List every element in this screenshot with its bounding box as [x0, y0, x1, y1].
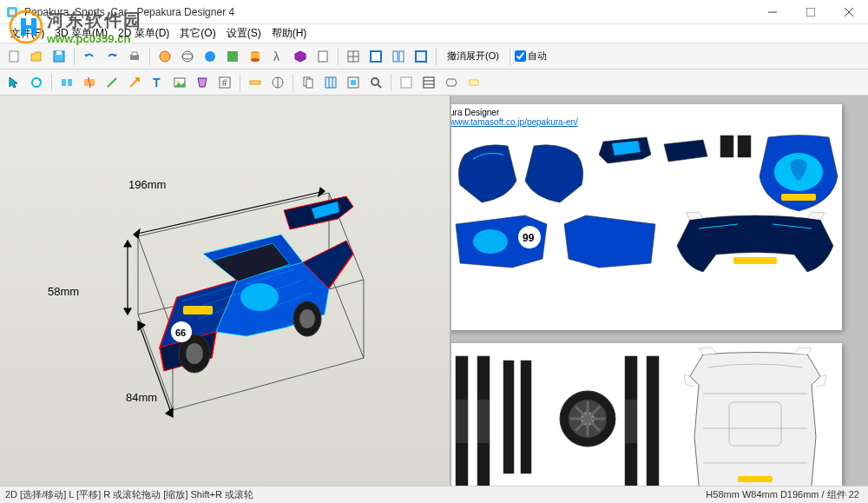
svg-rect-27 [416, 51, 426, 62]
tb-single2d[interactable] [411, 46, 431, 67]
tb-rotate[interactable] [26, 72, 47, 93]
viewport-2d[interactable]: ura Designer www.tamasoft.co.jp/pepakura… [451, 96, 868, 486]
tb-open[interactable] [26, 46, 47, 67]
tb-single[interactable] [365, 46, 386, 67]
tb-page[interactable] [312, 46, 333, 67]
tb-measure[interactable] [245, 72, 266, 93]
flap-icon [195, 76, 209, 89]
svg-point-61 [186, 343, 203, 364]
svg-rect-20 [319, 51, 327, 62]
tb-select[interactable] [3, 72, 24, 93]
statusbar: 2D [选择/移动] L [平移] R 或滚轮拖动 [缩放] Shift+R 或… [0, 486, 868, 503]
svg-point-63 [299, 309, 315, 328]
tb-zoom[interactable] [365, 72, 386, 93]
number-icon: # [218, 76, 232, 89]
tb-join[interactable] [56, 72, 77, 93]
sphere-icon [158, 50, 172, 63]
menu-file[interactable]: 文件(F) [5, 24, 49, 43]
tb-undo[interactable] [79, 46, 100, 67]
tb-grid2[interactable] [320, 72, 341, 93]
viewport-3d[interactable]: 66 196mm 58mm 84mm [0, 96, 451, 486]
hide-lines-icon [399, 76, 413, 89]
tb-labels[interactable] [464, 72, 484, 93]
tb-show-lines[interactable] [418, 72, 439, 93]
ruler-icon [248, 76, 262, 89]
tb-new[interactable] [3, 46, 24, 67]
svg-text:T: T [153, 76, 161, 89]
labels-icon [467, 76, 481, 89]
tb-hide-lines[interactable] [396, 72, 417, 93]
menu-2d[interactable]: 2D 菜单(D) [113, 24, 174, 43]
menubar: 文件(F) 3D 菜单(M) 2D 菜单(D) 其它(O) 设置(S) 帮助(H… [0, 24, 868, 43]
auto-checkbox[interactable] [515, 50, 526, 62]
auto-label: 自动 [528, 50, 547, 63]
tb-shaded[interactable] [200, 46, 220, 67]
single-view-icon [369, 50, 383, 63]
print-icon [128, 50, 141, 63]
svg-point-12 [182, 51, 193, 62]
svg-rect-40 [250, 81, 260, 84]
menu-3d[interactable]: 3D 菜单(M) [49, 24, 113, 43]
separator [240, 74, 240, 91]
tb-cylinder[interactable] [245, 46, 266, 67]
tb-compass[interactable] [267, 72, 288, 93]
tb-fit[interactable] [343, 72, 364, 93]
tb-redo[interactable] [102, 46, 122, 67]
svg-rect-45 [326, 77, 336, 88]
svg-rect-92 [738, 476, 773, 482]
svg-rect-29 [62, 79, 66, 86]
svg-text:#: # [222, 78, 227, 88]
svg-rect-64 [183, 306, 213, 314]
redo-icon [105, 50, 119, 63]
tb-number[interactable]: # [214, 72, 235, 93]
tb-image[interactable] [169, 72, 190, 93]
separator [391, 74, 391, 91]
svg-rect-8 [56, 51, 62, 55]
page-url-link[interactable]: www.tamasoft.co.jp/pepakura-en/ [451, 117, 578, 127]
tb-line[interactable] [102, 72, 122, 93]
svg-line-34 [108, 78, 116, 87]
close-button[interactable] [830, 0, 868, 24]
app-icon [5, 5, 19, 19]
svg-point-50 [372, 78, 378, 85]
menu-settings[interactable]: 设置(S) [221, 24, 266, 43]
tb-save[interactable] [49, 46, 69, 67]
page-header: ura Designer www.tamasoft.co.jp/pepakura… [451, 104, 842, 130]
tb-flaps[interactable] [441, 72, 462, 93]
tb-pages[interactable] [298, 72, 319, 93]
tb-wireframe[interactable] [177, 46, 198, 67]
svg-point-18 [251, 58, 260, 62]
undo-unfold-button[interactable]: 撤消展开(O) [441, 47, 505, 65]
toolbar-tools: T # [0, 69, 868, 96]
tb-grid[interactable] [343, 46, 364, 67]
tb-cube[interactable] [290, 46, 311, 67]
svg-rect-68 [720, 136, 733, 157]
tb-sphere[interactable] [155, 46, 175, 67]
tb-text[interactable]: T [147, 72, 168, 93]
menu-other[interactable]: 其它(O) [174, 24, 220, 43]
line-icon [105, 76, 119, 89]
magnifier-icon [369, 76, 383, 89]
minimize-button[interactable] [753, 0, 792, 24]
window-title: Pepakura_Sports_Car - Pepakura Designer … [24, 6, 234, 18]
separator [510, 48, 510, 65]
tb-lambda[interactable]: λ [267, 46, 288, 67]
separator [436, 48, 437, 65]
tb-texture[interactable] [222, 46, 243, 67]
grid-icon [346, 50, 360, 63]
maximize-button[interactable] [792, 0, 830, 24]
tb-split[interactable] [388, 46, 409, 67]
tb-split-edge[interactable] [79, 72, 100, 93]
tb-print[interactable] [124, 46, 145, 67]
tb-flap[interactable] [192, 72, 213, 93]
unfold-page-2 [451, 343, 842, 486]
separator [51, 74, 52, 91]
svg-rect-89 [625, 400, 637, 443]
menu-help[interactable]: 帮助(H) [266, 24, 312, 43]
separator [74, 48, 75, 65]
auto-checkbox-label[interactable]: 自动 [515, 50, 547, 63]
separator [338, 48, 339, 65]
split-icon [82, 76, 96, 89]
svg-rect-49 [351, 80, 356, 85]
tb-arrow[interactable] [124, 72, 145, 93]
